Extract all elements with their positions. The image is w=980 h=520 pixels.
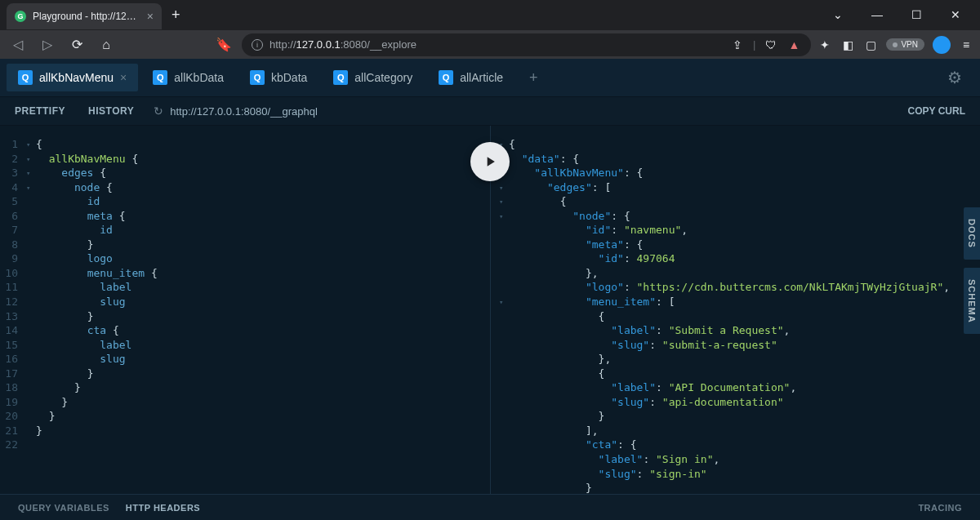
sidepanel-icon[interactable]: ◧ bbox=[840, 38, 855, 52]
copy-curl-button[interactable]: COPY CURL bbox=[897, 99, 977, 123]
query-editor[interactable]: 1▾{2▾ allKbNavMenu {3▾ edges {4▾ node {5… bbox=[0, 126, 490, 494]
address-bar[interactable]: i http://127.0.0.1:8080/__explore ⇪ | 🛡 … bbox=[242, 33, 811, 56]
query-badge-icon: Q bbox=[153, 70, 167, 85]
query-badge-icon: Q bbox=[333, 70, 348, 85]
endpoint-input[interactable]: ↻ http://127.0.0.1:8080/__graphql bbox=[145, 104, 896, 118]
playground-tab-allCategory[interactable]: QallCategory bbox=[322, 64, 424, 91]
close-tab-icon[interactable]: × bbox=[120, 71, 127, 84]
browser-tab-title: Playground - http://127.0.0.1:8080 bbox=[33, 11, 140, 22]
playground-tab-allKbData[interactable]: QallKbData bbox=[141, 64, 235, 91]
menu-icon[interactable]: ≡ bbox=[959, 38, 973, 52]
docs-tab[interactable]: DOCS bbox=[964, 207, 980, 260]
collection-icon[interactable]: ▢ bbox=[863, 38, 878, 52]
schema-tab[interactable]: SCHEMA bbox=[964, 268, 980, 335]
back-button[interactable]: ◁ bbox=[7, 33, 29, 56]
prettify-button[interactable]: PRETTIFY bbox=[3, 99, 77, 123]
bookmark-icon[interactable]: 🔖 bbox=[212, 33, 235, 56]
playground-tab-allArticle[interactable]: QallArticle bbox=[427, 64, 514, 91]
forward-button[interactable]: ▷ bbox=[36, 33, 59, 56]
close-window-button[interactable]: ✕ bbox=[938, 2, 973, 28]
query-badge-icon: Q bbox=[439, 70, 453, 85]
new-tab-button[interactable]: + bbox=[162, 7, 190, 24]
response-pane[interactable]: ▾{▾ "data": {▾ "allKbNavMenu": {▾ "edges… bbox=[490, 126, 980, 494]
minimize-button[interactable]: — bbox=[859, 2, 895, 28]
playground-tab-bar: QallKbNavMenu×QallKbDataQkbDataQallCateg… bbox=[0, 59, 980, 96]
tracing-tab[interactable]: TRACING bbox=[910, 503, 970, 513]
vpn-badge[interactable]: VPN bbox=[886, 38, 924, 51]
playground-tab-label: allCategory bbox=[354, 71, 412, 84]
share-icon[interactable]: ⇪ bbox=[730, 38, 745, 52]
add-playground-tab-button[interactable]: + bbox=[518, 63, 550, 93]
settings-gear-icon[interactable]: ⚙ bbox=[936, 68, 973, 87]
run-query-button[interactable] bbox=[470, 142, 510, 181]
query-variables-tab[interactable]: QUERY VARIABLES bbox=[10, 503, 118, 513]
home-button[interactable]: ⌂ bbox=[95, 33, 118, 56]
profile-icon[interactable] bbox=[933, 36, 951, 54]
query-badge-icon: Q bbox=[18, 70, 33, 85]
warning-icon[interactable]: ▲ bbox=[786, 38, 801, 52]
history-button[interactable]: HISTORY bbox=[77, 99, 145, 123]
playground-tab-label: allKbNavMenu bbox=[39, 71, 114, 84]
endpoint-url: http://127.0.0.1:8080/__graphql bbox=[170, 105, 318, 118]
playground-tab-label: allKbData bbox=[174, 71, 224, 84]
reload-button[interactable]: ⟳ bbox=[65, 33, 88, 56]
playground-footer: QUERY VARIABLES HTTP HEADERS TRACING bbox=[0, 494, 980, 520]
playground-toolbar: PRETTIFY HISTORY ↻ http://127.0.0.1:8080… bbox=[0, 96, 980, 126]
playground-tab-allKbNavMenu[interactable]: QallKbNavMenu× bbox=[7, 64, 138, 91]
browser-tab-active[interactable]: G Playground - http://127.0.0.1:8080 × bbox=[7, 3, 162, 29]
extensions-icon[interactable]: ✦ bbox=[817, 38, 832, 52]
query-badge-icon: Q bbox=[250, 70, 265, 85]
http-headers-tab[interactable]: HTTP HEADERS bbox=[118, 503, 208, 513]
playground-tab-label: kbData bbox=[271, 71, 307, 84]
site-info-icon[interactable]: i bbox=[252, 39, 263, 51]
shield-icon[interactable]: 🛡 bbox=[764, 38, 778, 52]
browser-tab-strip: G Playground - http://127.0.0.1:8080 × +… bbox=[0, 0, 980, 29]
chevron-down-icon[interactable]: ⌄ bbox=[820, 2, 856, 28]
window-controls: ⌄ — ☐ ✕ bbox=[820, 2, 980, 28]
browser-toolbar: ◁ ▷ ⟳ ⌂ 🔖 i http://127.0.0.1:8080/__expl… bbox=[0, 29, 980, 59]
play-icon bbox=[482, 153, 498, 170]
reload-endpoint-icon[interactable]: ↻ bbox=[154, 104, 163, 118]
maximize-button[interactable]: ☐ bbox=[898, 2, 934, 28]
url-text: http://127.0.0.1:8080/__explore bbox=[270, 38, 416, 51]
favicon-icon: G bbox=[15, 11, 26, 22]
playground-tab-label: allArticle bbox=[460, 71, 503, 84]
close-tab-icon[interactable]: × bbox=[147, 10, 154, 23]
playground-tab-kbData[interactable]: QkbData bbox=[238, 64, 318, 91]
